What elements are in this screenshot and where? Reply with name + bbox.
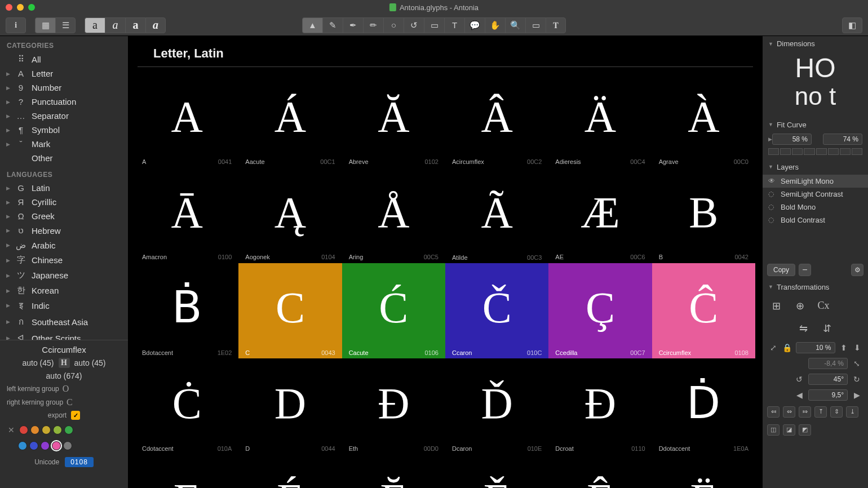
lock-icon[interactable]: 🔒	[782, 342, 792, 353]
center-icon[interactable]: ⊕	[792, 298, 808, 314]
slant-right-icon[interactable]: ▶	[851, 389, 862, 401]
color-swatch[interactable]	[63, 441, 72, 450]
fit-high-field[interactable]: 74 %	[823, 134, 862, 145]
category-item[interactable]: ▶ˇMark	[0, 137, 128, 151]
draw-tool[interactable]: ✎	[322, 17, 343, 33]
eye-icon[interactable]: ◌	[768, 216, 776, 224]
rotate-tool[interactable]: ↺	[404, 17, 424, 33]
slant-left-icon[interactable]: ◀	[794, 389, 805, 401]
align-center-h-button[interactable]: ⇔	[783, 406, 795, 418]
rect-tool[interactable]: ▭	[424, 17, 444, 33]
language-item[interactable]: ▶ᐊOther Scripts	[0, 331, 128, 340]
language-item[interactable]: ▶इIndic	[0, 298, 128, 313]
annotate-tool[interactable]: 💬	[464, 17, 485, 33]
align-bottom-button[interactable]: ⤓	[846, 406, 858, 418]
language-item[interactable]: ▶กSoutheast Asia	[0, 313, 128, 331]
glyph-cell[interactable]: Ê Ecircumflex00CA	[548, 454, 652, 488]
fit-low-field[interactable]: 58 %	[772, 134, 812, 145]
language-item[interactable]: ▶한Korean	[0, 283, 128, 298]
language-item[interactable]: ▶ضArabic	[0, 238, 128, 252]
origin-grid-icon[interactable]: ⊞	[768, 298, 784, 314]
glyph-cell[interactable]: Ā Amacron0100	[135, 167, 238, 263]
glyph-cell[interactable]: É Eacute00C9	[238, 454, 342, 488]
chevron-down-icon[interactable]: ▼	[768, 122, 773, 127]
glyph-cell[interactable]: Ą Aogonek0104	[238, 167, 342, 263]
layer-item[interactable]: ◌SemiLight Contrast	[763, 188, 868, 201]
master-1-button[interactable]: a	[85, 17, 105, 33]
panel-toggle-button[interactable]: ◧	[842, 17, 862, 33]
glyph-cell[interactable]: E E0045	[135, 454, 238, 488]
chevron-down-icon[interactable]: ▼	[768, 284, 773, 290]
align-left-button[interactable]: ⤆	[767, 406, 780, 418]
bool-union-button[interactable]: ◫	[767, 424, 780, 436]
glyph-cell[interactable]: B B0042	[652, 167, 755, 263]
scale2-field[interactable]: -8,4 %	[808, 358, 848, 369]
master-2-button[interactable]: a	[105, 17, 125, 33]
glyph-cell[interactable]: Ð Eth00D0	[342, 358, 445, 454]
language-item[interactable]: ▶字Chinese	[0, 252, 128, 268]
color-swatch[interactable]	[19, 425, 28, 434]
language-item[interactable]: ▶GLatin	[0, 181, 128, 195]
circle-tool[interactable]: ○	[383, 17, 404, 33]
color-swatch[interactable]	[53, 425, 62, 434]
glyph-grid-view[interactable]: Letter, Latin A A0041Á Aacute00C1Ă Abrev…	[129, 36, 762, 488]
glyph-cell[interactable]: C C0043	[238, 263, 342, 359]
chevron-down-icon[interactable]: ▼	[768, 164, 773, 170]
scale2-apply-icon[interactable]: ⤡	[851, 358, 862, 369]
export-checkbox[interactable]: ✓	[71, 411, 80, 420]
right-sidebearing[interactable]: auto (45)	[74, 358, 106, 367]
close-icon[interactable]	[6, 4, 12, 11]
category-item[interactable]: ▶?Punctuation	[0, 95, 128, 109]
hand-tool[interactable]: ✋	[485, 17, 505, 33]
color-swatch[interactable]	[42, 425, 51, 434]
flip-h-icon[interactable]: ⇋	[796, 321, 812, 336]
layer-item[interactable]: ◌Bold Contrast	[763, 214, 868, 227]
layer-item[interactable]: 👁SemiLight Mono	[763, 175, 868, 188]
glyph-cell[interactable]: Ḋ Ddotaccent1E0A	[652, 358, 755, 454]
type-tool[interactable]: 𝐓	[546, 17, 566, 33]
glyph-cell[interactable]: Ḃ Bdotaccent1E02	[135, 263, 238, 359]
color-swatch[interactable]	[41, 441, 50, 450]
zoom-icon[interactable]	[28, 4, 35, 11]
color-swatch[interactable]	[52, 441, 61, 450]
category-item[interactable]: Other	[0, 151, 128, 165]
language-item[interactable]: ▶טHebrew	[0, 223, 128, 238]
flip-v-icon[interactable]: ⇵	[820, 321, 835, 336]
chevron-down-icon[interactable]: ▼	[768, 41, 773, 47]
slant-field[interactable]: 9,5°	[808, 389, 848, 401]
align-right-button[interactable]: ⤇	[799, 406, 811, 418]
left-sidebearing[interactable]: auto (45)	[22, 358, 54, 367]
glyph-cell[interactable]: À Agrave00C0	[652, 72, 755, 167]
language-item[interactable]: ▶ツJapanese	[0, 268, 128, 283]
eye-icon[interactable]: ◌	[768, 203, 776, 211]
category-item[interactable]: ⠿All	[0, 52, 128, 66]
glyph-cell[interactable]: Å Aring00C5	[342, 167, 445, 263]
measure-tool[interactable]: ▭	[525, 17, 546, 33]
scale-field[interactable]: 10 %	[796, 342, 835, 353]
scale-down-icon[interactable]: ⬇	[852, 342, 862, 353]
category-item[interactable]: ▶¶Symbol	[0, 123, 128, 137]
align-top-button[interactable]: ⤒	[814, 406, 827, 418]
glyph-cell[interactable]: Ě Ecaron011A	[445, 454, 548, 488]
copy-layer-button[interactable]: Copy	[767, 264, 795, 276]
chevron-right-icon[interactable]: ▶	[768, 136, 772, 142]
glyph-cell[interactable]: Ċ Cdotaccent010A	[135, 358, 238, 454]
master-3-button[interactable]: a	[125, 17, 145, 33]
category-item[interactable]: ▶ALetter	[0, 66, 128, 81]
pen-tool[interactable]: ✒	[343, 17, 363, 33]
language-item[interactable]: ▶ЯCyrillic	[0, 195, 128, 209]
glyph-cell[interactable]: Ë Edieresis00CB	[652, 454, 755, 488]
glyph-cell[interactable]: Ď Dcaron010E	[445, 358, 548, 454]
left-kern-value[interactable]: O	[63, 384, 69, 394]
glyph-cell[interactable]: Đ Dcroat0110	[548, 358, 652, 454]
align-center-v-button[interactable]: ⇕	[830, 406, 843, 418]
glyph-cell[interactable]: Á Aacute00C1	[238, 72, 342, 167]
glyph-cell[interactable]: Ĕ Ebreve0114	[342, 454, 445, 488]
color-swatch[interactable]	[29, 441, 38, 450]
glyph-cell[interactable]: Ĉ Ccircumflex0108	[652, 263, 755, 359]
fit-curve-steps[interactable]	[763, 146, 868, 159]
eye-icon[interactable]: ◌	[768, 190, 776, 198]
glyph-cell[interactable]: Ć Cacute0106	[342, 263, 445, 359]
glyph-cell[interactable]: Æ AE00C6	[548, 167, 652, 263]
language-item[interactable]: ▶ΩGreek	[0, 209, 128, 223]
